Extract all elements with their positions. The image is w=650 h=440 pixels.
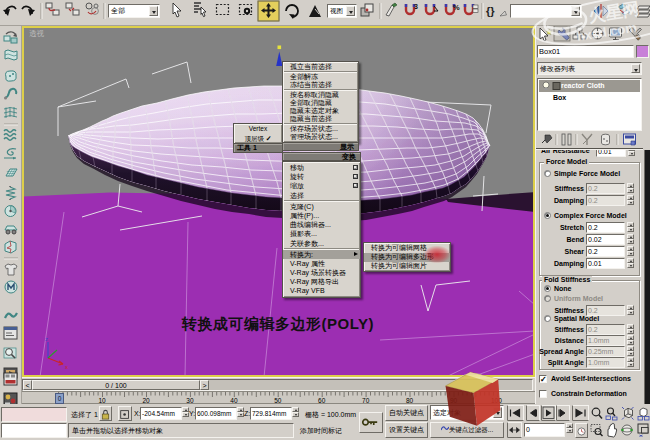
constrain-deformation-label[interactable]: Constrain Deformation: [551, 389, 627, 398]
rectangular-selection-icon[interactable]: [217, 5, 229, 15]
select-and-rotate-icon[interactable]: [286, 5, 298, 19]
time-configuration-button[interactable]: [575, 423, 588, 438]
coord-x-field[interactable]: -204.54mm: [140, 407, 182, 420]
layer-manager-icon[interactable]: [637, 6, 650, 17]
tab-display[interactable]: [610, 28, 622, 40]
create-animation-icon[interactable]: [4, 373, 17, 385]
none-radio[interactable]: [544, 285, 551, 292]
unlink-selection-icon[interactable]: [66, 3, 79, 15]
menu-item-vray-properties[interactable]: V-Ray 属性: [283, 259, 360, 268]
create-deforming-mesh-collection-icon[interactable]: [4, 107, 17, 118]
avoid-self-intersections-label[interactable]: Avoid Self-Intersections: [551, 374, 631, 383]
pan-button[interactable]: [608, 423, 617, 437]
select-and-move-button[interactable]: [258, 1, 279, 21]
selection-filter-dropdown[interactable]: 全部: [108, 4, 160, 18]
current-frame-field[interactable]: 0: [524, 423, 565, 437]
select-and-manipulate-icon[interactable]: [386, 3, 397, 16]
named-selection-dropdown[interactable]: [510, 4, 582, 18]
modifier-list-dropdown[interactable]: 修改器列表: [537, 62, 642, 75]
create-spring-icon[interactable]: [6, 186, 15, 200]
menu-item-vray-vfb[interactable]: V-Ray VFB: [283, 286, 360, 295]
analyze-world-icon[interactable]: [4, 348, 16, 358]
go-to-start-button[interactable]: [508, 406, 524, 421]
menu-item-unfreeze-all[interactable]: 全部解冻: [283, 73, 358, 81]
stack-row-box[interactable]: Box: [539, 92, 640, 103]
time-slider-next-button[interactable]: >: [200, 380, 209, 390]
menu-item-wire-parameters[interactable]: 关联参数...: [283, 239, 360, 248]
angle-snap-toggle-icon[interactable]: [426, 4, 438, 14]
create-toy-car-icon[interactable]: [5, 226, 17, 234]
damping2-field[interactable]: 0.01: [586, 258, 625, 269]
use-pivot-point-center-icon[interactable]: [361, 4, 373, 16]
bend-field[interactable]: 0.02: [586, 234, 625, 245]
stretch-field[interactable]: 0.2: [586, 222, 625, 233]
constrain-deformation-checkbox[interactable]: [539, 390, 547, 398]
zoom-extents-button[interactable]: [622, 407, 634, 420]
select-by-name-icon[interactable]: [194, 3, 206, 17]
redo-icon[interactable]: [22, 7, 35, 16]
tab-motion[interactable]: [592, 28, 603, 39]
min-max-toggle-button[interactable]: [638, 424, 648, 437]
stiffness-field[interactable]: 0.2: [586, 183, 625, 194]
create-cloth-collection-icon[interactable]: [5, 50, 17, 60]
split-angle-field[interactable]: 1.0mm: [586, 357, 625, 368]
simple-force-model-label[interactable]: Simple Force Model: [554, 169, 620, 178]
absolute-offset-toggle[interactable]: [118, 406, 132, 421]
panel-scrollbar[interactable]: [644, 150, 650, 404]
next-frame-button[interactable]: [557, 406, 570, 421]
mirror-icon[interactable]: [594, 4, 608, 18]
avoid-self-intersections-checkbox[interactable]: ✓: [539, 375, 547, 383]
set-key-button[interactable]: 设置关键点: [385, 422, 428, 438]
menu-item-curve-editor[interactable]: 曲线编辑器...: [283, 220, 360, 229]
menu-item-hide-selection[interactable]: 隐藏当前选择: [283, 115, 358, 123]
select-and-link-icon[interactable]: [46, 3, 59, 15]
coord-y-field[interactable]: 600.098mm: [195, 407, 237, 420]
show-end-result-icon[interactable]: [562, 134, 571, 145]
zoom-extents-all-button[interactable]: [638, 408, 649, 420]
menu-item-dope-sheet[interactable]: 摄影表...: [283, 229, 360, 238]
remove-modifier-icon[interactable]: [602, 134, 610, 145]
auto-key-button[interactable]: 自动关键点: [385, 405, 428, 421]
complex-force-model-label[interactable]: Complex Force Model: [554, 211, 627, 220]
apply-cloth-modifier-icon[interactable]: [5, 264, 17, 275]
menu-item-manage-scene-states[interactable]: 管理场景状态...: [283, 133, 358, 141]
tab-utilities[interactable]: [629, 28, 642, 41]
distance-field[interactable]: 1.0mm: [586, 335, 625, 346]
menu-item-scale[interactable]: 缩放: [283, 181, 360, 190]
current-frame-marker[interactable]: 0: [55, 393, 64, 405]
apply-rope-modifier-icon[interactable]: [5, 313, 17, 318]
create-wind-icon[interactable]: [4, 149, 16, 160]
make-unique-icon[interactable]: [582, 134, 592, 145]
modifier-enabled-bulb-icon[interactable]: [543, 82, 549, 90]
selection-lock-button[interactable]: [99, 406, 112, 421]
tab-hierarchy[interactable]: [573, 27, 586, 39]
dropdown-arrow-icon[interactable]: [631, 64, 640, 73]
menu-item-top-level[interactable]: 顶层级 ✓: [234, 134, 282, 144]
dropdown-arrow-icon[interactable]: [493, 407, 502, 418]
object-name-field[interactable]: Box01: [537, 45, 634, 58]
key-filters-button[interactable]: 关键点过滤器...: [430, 422, 504, 438]
select-and-scale-icon[interactable]: [309, 5, 321, 17]
menu-item-move[interactable]: 移动: [283, 163, 360, 172]
air-resistance-spinner[interactable]: [628, 150, 635, 157]
create-rigid-body-collection-icon[interactable]: [4, 32, 17, 43]
time-slider-handle[interactable]: 0 / 100: [32, 380, 200, 390]
spatial-stiffness-field[interactable]: 0.2: [586, 324, 625, 335]
tab-create[interactable]: [540, 28, 552, 41]
uniform-model-label[interactable]: Uniform Model: [554, 294, 603, 303]
menu-item-isolate-selection[interactable]: 孤立当前选择: [283, 63, 358, 71]
tab-modify[interactable]: [554, 26, 570, 41]
zoom-button[interactable]: [592, 408, 602, 418]
configure-modifier-sets-icon[interactable]: [624, 134, 636, 145]
edit-named-selections-icon[interactable]: {}: [486, 5, 507, 17]
key-mode-toggle-button[interactable]: [508, 423, 522, 438]
spatial-model-label[interactable]: Spatial Model: [554, 314, 599, 323]
dropdown-arrow-icon[interactable]: [346, 6, 355, 16]
snap-toggle-icon[interactable]: 3: [406, 3, 418, 14]
pin-stack-icon[interactable]: [542, 135, 552, 143]
menu-item-vray-mesh-export[interactable]: V-Ray 网格导出: [283, 277, 360, 286]
spread-angle-field[interactable]: 0.25mm: [586, 346, 625, 357]
coord-z-field[interactable]: 729.814mm: [250, 407, 292, 420]
menu-item-properties[interactable]: 属性(P)...: [283, 211, 360, 220]
menu-item-vertex[interactable]: Vertex: [234, 124, 282, 134]
